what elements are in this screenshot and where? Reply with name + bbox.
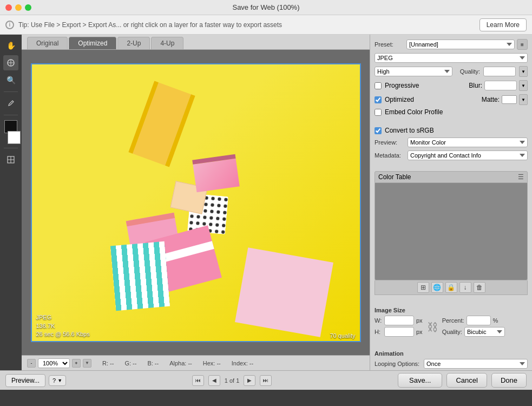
quality-label: Quality: <box>456 68 480 75</box>
convert-srgb-checkbox[interactable] <box>375 127 382 134</box>
preset-row: Preset: [Unnamed] JPEG High JPEG Medium … <box>375 39 528 50</box>
format-row: JPEG PNG-8 PNG-24 GIF <box>375 53 528 63</box>
quality-input[interactable]: 70 <box>483 67 516 76</box>
toolbar-divider-2 <box>4 115 18 115</box>
image-format: JPEG <box>36 313 90 322</box>
zoom-select[interactable]: 100% 50% 200% <box>38 358 70 368</box>
link-wh-icon[interactable]: ⛓ <box>427 321 438 333</box>
ct-map-btn[interactable]: ⊞ <box>417 282 429 293</box>
color-table-area <box>375 183 528 280</box>
matte-row: Matte: ▼ <box>482 94 528 105</box>
first-frame-btn[interactable]: ⏮ <box>192 375 204 386</box>
percent-symbol: % <box>493 317 498 324</box>
toolbar-divider-3 <box>4 148 18 148</box>
matte-color-swatch[interactable] <box>502 95 517 104</box>
canvas-status-bar: - 100% 50% 200% + ▼ R: -- G: -- B: -- Al… <box>22 355 370 370</box>
format-select[interactable]: JPEG PNG-8 PNG-24 GIF <box>375 53 528 63</box>
learn-more-button[interactable]: Learn More <box>480 18 527 31</box>
optimized-label: Optimized <box>385 96 414 103</box>
ct-add-btn[interactable]: ↓ <box>459 282 471 293</box>
progressive-row: Progressive <box>375 82 419 89</box>
options-row-2: Optimized Matte: ▼ <box>375 94 528 105</box>
window-controls[interactable] <box>5 4 31 11</box>
help-arrow: ▼ <box>57 378 62 383</box>
looping-label: Looping Options: <box>375 361 421 367</box>
maximize-button[interactable] <box>25 4 31 11</box>
color-table-controls[interactable]: ☰ <box>518 173 524 181</box>
ct-lock-btn[interactable]: 🔒 <box>445 282 457 293</box>
zoom-controls[interactable]: - 100% 50% 200% + ▼ <box>27 358 91 368</box>
save-button[interactable]: Save... <box>398 373 442 388</box>
compression-select[interactable]: High Medium Low Maximum <box>375 67 452 76</box>
main-area: ✋ 🔍 Origi <box>0 35 532 370</box>
bottom-right: Save... Cancel Done <box>398 373 527 388</box>
gift-stripe <box>128 81 195 167</box>
optimized-checkbox[interactable] <box>375 96 382 103</box>
optimized-row: Optimized <box>375 96 414 103</box>
progressive-checkbox[interactable] <box>375 82 382 89</box>
next-frame-btn[interactable]: ▶ <box>244 375 255 386</box>
width-input[interactable]: 1734 <box>384 316 414 325</box>
zoom-out-btn[interactable]: - <box>27 359 36 368</box>
toggle-slices-tool[interactable] <box>3 152 18 167</box>
tab-2up[interactable]: 2-Up <box>117 37 150 49</box>
preset-select[interactable]: [Unnamed] JPEG High JPEG Medium JPEG Low <box>406 40 515 49</box>
tab-optimized[interactable]: Optimized <box>69 37 116 49</box>
embed-color-row: Embed Color Profile <box>375 108 528 116</box>
resample-select[interactable]: Bicubic Bilinear Nearest Neighbor <box>464 327 505 337</box>
embed-color-label: Embed Color Profile <box>385 108 443 116</box>
last-frame-btn[interactable]: ⏭ <box>260 375 272 386</box>
percent-input[interactable]: 100 <box>467 316 491 325</box>
image-time: 26 sec @ 56.6 Kbps <box>36 330 90 338</box>
convert-srgb-row: Convert to sRGB <box>375 127 528 134</box>
minimize-button[interactable] <box>15 4 22 11</box>
zoom-tool[interactable]: 🔍 <box>3 73 18 88</box>
eyedropper-tool[interactable] <box>3 96 18 111</box>
pixel-g: G: -- <box>124 360 136 366</box>
ct-delete-btn[interactable]: 🗑 <box>474 282 485 293</box>
height-input[interactable]: 1154 <box>384 327 414 337</box>
title-bar: Save for Web (100%) <box>0 0 532 15</box>
color-table-label: Color Table <box>378 173 411 181</box>
image-filesize: 136.7K <box>36 322 90 330</box>
preset-menu-btn[interactable]: ≡ <box>517 39 528 50</box>
close-button[interactable] <box>5 4 12 11</box>
bottom-bar: Preview... ? ▼ ⏮ ◀ 1 of 1 ▶ ⏭ Save... Ca… <box>0 370 532 390</box>
percent-col: Percent: 100 % Quality: Bicubic Bilinear… <box>442 316 505 338</box>
right-panel: Preset: [Unnamed] JPEG High JPEG Medium … <box>370 35 532 370</box>
background-color[interactable] <box>8 131 21 144</box>
blur-input[interactable]: 0 <box>484 81 517 90</box>
done-button[interactable]: Done <box>491 373 527 388</box>
bottom-center: ⏮ ◀ 1 of 1 ▶ ⏭ <box>192 375 272 386</box>
prev-frame-btn[interactable]: ◀ <box>208 375 220 386</box>
gift-teal <box>110 241 169 310</box>
ct-web-btn[interactable]: 🌐 <box>431 282 443 293</box>
canvas-area: Original Optimized 2-Up 4-Up <box>22 35 370 370</box>
blur-menu-btn[interactable]: ▼ <box>519 80 528 91</box>
zoom-menu-btn[interactable]: ▼ <box>83 359 91 368</box>
tab-original[interactable]: Original <box>27 37 68 49</box>
slice-select-tool[interactable] <box>3 55 18 70</box>
embed-color-checkbox[interactable] <box>375 109 382 116</box>
pixel-b: B: -- <box>147 360 159 366</box>
looping-select[interactable]: Once Forever <box>424 359 528 369</box>
quality-menu-btn[interactable]: ▼ <box>519 66 528 77</box>
metadata-select[interactable]: Copyright and Contact Info All None Copy… <box>408 150 528 160</box>
hand-tool[interactable]: ✋ <box>3 38 18 53</box>
image-quality-label: 70 quality <box>330 332 355 339</box>
help-icon: ? <box>52 377 56 384</box>
height-row: H: 1154 px <box>375 327 423 337</box>
cancel-button[interactable]: Cancel <box>446 373 487 388</box>
blur-row: Blur: 0 ▼ <box>469 80 528 91</box>
canvas-viewport[interactable]: JPEG 136.7K 26 sec @ 56.6 Kbps 70 qualit… <box>22 50 370 355</box>
help-button[interactable]: ? ▼ <box>49 375 66 386</box>
quality-resample-label: Quality: <box>442 329 462 335</box>
image-size-section: Image Size W: 1734 px H: 1154 px ⛓ <box>375 307 528 338</box>
preview-select[interactable]: Monitor Color Legacy Macintosh Internet … <box>408 137 528 147</box>
tip-text: Tip: Use File > Export > Export As... or… <box>18 21 475 29</box>
color-table-panel-icon: ☰ <box>518 173 524 181</box>
tab-4up[interactable]: 4-Up <box>151 37 183 49</box>
preview-button[interactable]: Preview... <box>5 374 45 387</box>
zoom-in-btn[interactable]: + <box>72 359 81 368</box>
matte-menu-btn[interactable]: ▼ <box>519 94 528 105</box>
